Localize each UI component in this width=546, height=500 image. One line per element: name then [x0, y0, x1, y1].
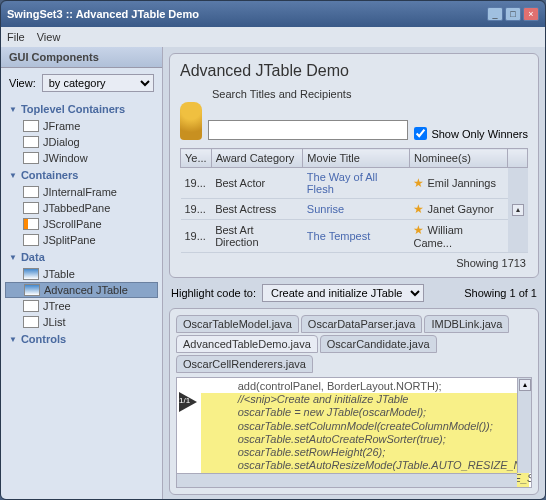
search-label: Search Titles and Recipients [212, 88, 528, 100]
component-icon [23, 202, 39, 214]
component-icon [23, 120, 39, 132]
col-title[interactable]: Movie Title [303, 149, 410, 168]
tab-oscarcandidate[interactable]: OscarCandidate.java [320, 335, 437, 353]
tab-oscartablemodel[interactable]: OscarTableModel.java [176, 315, 299, 333]
star-icon: ★ [413, 202, 424, 216]
component-icon [23, 316, 39, 328]
scroll-up-button[interactable]: ▴ [519, 379, 531, 391]
col-year[interactable]: Ye... [181, 149, 212, 168]
demo-title: Advanced JTable Demo [180, 62, 528, 80]
tree-category-containers[interactable]: ▼Containers [1, 166, 162, 184]
tree-item-jscrollpane[interactable]: JScrollPane [1, 216, 162, 232]
tree-item-jsplitpane[interactable]: JSplitPane [1, 232, 162, 248]
main-area: Advanced JTable Demo Search Titles and R… [163, 47, 545, 500]
view-label: View: [9, 77, 36, 89]
tree-item-advanced-jtable[interactable]: Advanced JTable [5, 282, 158, 298]
menu-file[interactable]: File [7, 31, 25, 43]
component-icon [23, 234, 39, 246]
oscar-table[interactable]: Ye... Award Category Movie Title Nominee… [180, 148, 528, 253]
tree-item-jdialog[interactable]: JDialog [1, 134, 162, 150]
tab-imdblink[interactable]: IMDBLink.java [424, 315, 509, 333]
code-panel: OscarTableModel.java OscarDataParser.jav… [169, 308, 539, 495]
tab-advancedtabledemo[interactable]: AdvancedTableDemo.java [176, 335, 318, 353]
search-input[interactable] [208, 120, 408, 140]
tree-category-data[interactable]: ▼Data [1, 248, 162, 266]
menu-view[interactable]: View [37, 31, 61, 43]
component-icon [23, 218, 39, 230]
star-icon: ★ [413, 223, 424, 237]
col-category[interactable]: Award Category [211, 149, 303, 168]
component-icon [23, 300, 39, 312]
highlight-showing: Showing 1 of 1 [464, 287, 537, 299]
component-icon [24, 284, 40, 296]
titlebar: SwingSet3 :: Advanced JTable Demo _ □ × [1, 1, 545, 27]
col-nominee[interactable]: Nominee(s) [409, 149, 507, 168]
show-winners-input[interactable] [414, 127, 427, 140]
scrollbar-horizontal[interactable] [177, 473, 517, 487]
tree-item-jtree[interactable]: JTree [1, 298, 162, 314]
tree-item-jwindow[interactable]: JWindow [1, 150, 162, 166]
source-code: add(controlPanel, BorderLayout.NORTH); /… [199, 378, 531, 488]
tab-oscardataparser[interactable]: OscarDataParser.java [301, 315, 423, 333]
component-icon [23, 268, 39, 280]
code-viewer[interactable]: 1/1 add(controlPanel, BorderLayout.NORTH… [176, 377, 532, 488]
close-button[interactable]: × [523, 7, 539, 21]
component-tree: ▼Toplevel Containers JFrame JDialog JWin… [1, 98, 162, 500]
sidebar-header: GUI Components [1, 47, 162, 68]
expand-icon: ▼ [9, 105, 17, 114]
tree-item-jtabbedpane[interactable]: JTabbedPane [1, 200, 162, 216]
tree-category-toplevel[interactable]: ▼Toplevel Containers [1, 100, 162, 118]
window-title: SwingSet3 :: Advanced JTable Demo [7, 8, 487, 20]
view-select[interactable]: by category [42, 74, 154, 92]
tree-item-jinternalframe[interactable]: JInternalFrame [1, 184, 162, 200]
scrollbar-vertical[interactable]: ▴ [517, 378, 531, 473]
highlight-select[interactable]: Create and initialize JTable [262, 284, 424, 302]
minimize-button[interactable]: _ [487, 7, 503, 21]
table-row[interactable]: 19...Best ActressSunrise★ Janet Gaynor [181, 199, 528, 220]
tree-item-jframe[interactable]: JFrame [1, 118, 162, 134]
table-row[interactable]: 19...Best Art DirectionThe Tempest★ Will… [181, 220, 528, 253]
component-icon [23, 186, 39, 198]
component-icon [23, 152, 39, 164]
window-controls: _ □ × [487, 7, 539, 21]
sidebar: GUI Components View: by category ▼Toplev… [1, 47, 163, 500]
show-winners-checkbox[interactable]: Show Only Winners [414, 127, 528, 140]
match-counter: 1/1 [179, 396, 190, 405]
scroll-col [508, 149, 528, 168]
expand-icon: ▼ [9, 253, 17, 262]
component-icon [23, 136, 39, 148]
tree-item-jtable[interactable]: JTable [1, 266, 162, 282]
menubar: File View [1, 27, 545, 47]
tree-item-jlist[interactable]: JList [1, 314, 162, 330]
oscar-icon [180, 102, 202, 140]
highlight-label: Highlight code to: [171, 287, 256, 299]
expand-icon: ▼ [9, 335, 17, 344]
star-icon: ★ [413, 176, 424, 190]
source-tabs: OscarTableModel.java OscarDataParser.jav… [176, 315, 532, 373]
showing-count: Showing 1713 [180, 253, 528, 269]
tab-oscarcellrenderers[interactable]: OscarCellRenderers.java [176, 355, 313, 373]
expand-icon: ▼ [9, 171, 17, 180]
tree-category-controls[interactable]: ▼Controls [1, 330, 162, 348]
maximize-button[interactable]: □ [505, 7, 521, 21]
demo-panel: Advanced JTable Demo Search Titles and R… [169, 53, 539, 278]
table-row[interactable]: 19...Best ActorThe Way of All Flesh★ Emi… [181, 168, 528, 199]
scroll-up-button[interactable]: ▴ [512, 204, 524, 216]
